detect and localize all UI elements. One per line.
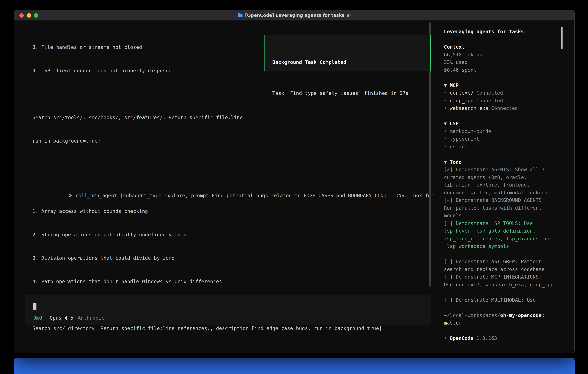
terminal-line: 4. Path operations that don't handle Win… xyxy=(32,278,438,285)
window-title-group: [OpenCode] Leveraging agents for tasks ◐ xyxy=(238,13,351,18)
mcp-status: Connected xyxy=(476,98,503,104)
context-tokens: 66,518 tokens xyxy=(444,51,563,58)
lsp-name: typescript xyxy=(450,136,480,142)
prompt-input[interactable]: OmO Opus 4.5 Anthropic xyxy=(25,295,431,324)
lsp-item: •eslint xyxy=(444,143,563,150)
text-cursor xyxy=(33,303,36,310)
bullet-icon: • xyxy=(444,144,447,149)
mcp-name: grep_app xyxy=(450,98,473,104)
mcp-section-header[interactable]: ▼MCP xyxy=(444,82,563,89)
mcp-heading: MCP xyxy=(450,82,459,88)
terminal-line: Search src/ directory. Return specific f… xyxy=(32,324,438,332)
toast-body: Task "Find type safety issues" finished … xyxy=(272,89,430,97)
terminal-line: 2. String operations on potentially unde… xyxy=(32,231,438,239)
lsp-name: markdown-oxide xyxy=(450,128,491,134)
toast-title: Background Task Completed xyxy=(272,58,430,66)
mcp-status: Connected xyxy=(476,90,503,96)
progress-clock-icon: ◐ xyxy=(347,13,351,18)
chevron-down-icon: ▼ xyxy=(444,159,447,165)
chat-pane: 3. File handles or streams not closed 4.… xyxy=(14,21,438,353)
lsp-heading: LSP xyxy=(450,121,459,126)
window-body: 3. File handles or streams not closed 4.… xyxy=(14,21,574,353)
bullet-icon: • xyxy=(444,105,447,111)
lsp-section-header[interactable]: ▼LSP xyxy=(444,120,563,127)
todo-line: [✓] Demonstrate BACKGROUND AGENTS: xyxy=(444,197,563,204)
window-title: [OpenCode] Leveraging agents for tasks xyxy=(245,13,344,18)
terminal-line: 1. Array access without bounds checking xyxy=(32,208,438,215)
input-model-name: Opus 4.5 xyxy=(50,315,73,321)
minimize-button[interactable] xyxy=(27,13,31,18)
todo-line: Run parallel tasks with different xyxy=(444,204,563,212)
window-controls xyxy=(19,10,38,21)
todo-item: [ ] Demonstrate MCP INTEGRATIONS: Use co… xyxy=(444,273,563,288)
todo-line: document-writer, multimodal-looker) xyxy=(444,189,563,197)
todo-line: [ ] Demonstrate LSP TOOLS: Use xyxy=(444,219,563,227)
mcp-name: context7 xyxy=(450,90,473,96)
chevron-down-icon: ▼ xyxy=(444,82,447,88)
todo-item: [✓] Demonstrate AGENTS: Show all 7 curat… xyxy=(444,166,563,197)
zoom-button[interactable] xyxy=(34,13,38,18)
bullet-icon: • xyxy=(444,98,447,104)
todo-line: lsp_hover, lsp_goto_definition, xyxy=(444,227,563,235)
todo-item: [ ] Demonstrate MULTIMODAL: Use xyxy=(444,296,563,304)
background-task-toast: Background Task Completed Task "Find typ… xyxy=(264,35,431,72)
folder-icon xyxy=(238,14,242,17)
terminal-line: Search src/tools/, src/hooks/, src/featu… xyxy=(32,114,438,122)
todo-line: [✓] Demonstrate AGENTS: Show all 7 xyxy=(444,166,563,173)
todo-line: Use context7, websearch_exa, grep_app xyxy=(444,281,563,288)
desktop: [OpenCode] Leveraging agents for tasks ◐… xyxy=(0,0,588,374)
todo-line: lsp_workspace_symbols xyxy=(444,242,563,250)
input-agent-name: OmO xyxy=(33,315,42,321)
mcp-item: •websearch_exaConnected xyxy=(444,104,563,112)
terminal-line: 3. Division operations that could divide… xyxy=(32,254,438,262)
sidebar-scrollbar[interactable] xyxy=(561,27,563,49)
todo-line: curated agents (OmO, oracle, xyxy=(444,173,563,181)
bullet-icon: • xyxy=(444,335,447,341)
mcp-item: •context7Connected xyxy=(444,89,563,97)
terminal-blank-line xyxy=(32,161,438,168)
todo-line: search and replace across codebase xyxy=(444,265,563,273)
mcp-status: Connected xyxy=(491,105,518,111)
lsp-item: •markdown-oxide xyxy=(444,127,563,135)
context-heading: Context xyxy=(444,43,563,51)
close-button[interactable] xyxy=(19,13,24,18)
mcp-item: •grep_appConnected xyxy=(444,97,563,104)
input-provider-name: Anthropic xyxy=(78,315,104,321)
gear-icon: ⚙ xyxy=(68,193,73,198)
todo-line: [ ] Demonstrate MCP INTEGRATIONS: xyxy=(444,273,563,281)
background-window xyxy=(14,358,575,374)
session-title: Leveraging agents for tasks xyxy=(444,28,563,35)
bullet-icon: • xyxy=(444,90,447,96)
app-name: OpenCode xyxy=(450,335,473,341)
todo-item: [ ] Demonstrate AST-GREP: Pattern search… xyxy=(444,258,563,273)
todo-heading: Todo xyxy=(450,159,462,165)
todo-line: [ ] Demonstrate AST-GREP: Pattern xyxy=(444,258,563,265)
workspace-branch: master xyxy=(444,319,563,327)
version-line: •OpenCode1.0.163 xyxy=(444,334,563,342)
context-used: 33% used xyxy=(444,58,563,66)
lsp-name: eslint xyxy=(450,144,468,149)
opencode-window: [OpenCode] Leveraging agents for tasks ◐… xyxy=(14,10,575,353)
bullet-icon: • xyxy=(444,136,447,142)
workspace-repo: oh-my-opencode: xyxy=(500,312,545,318)
app-version: 1.0.163 xyxy=(476,335,497,341)
todo-item: [ ] Demonstrate LSP TOOLS: Use lsp_hover… xyxy=(444,219,563,250)
lsp-item: •typescript xyxy=(444,135,563,143)
tool-call-line: ⚙call_omo_agent [subagent_type=explore, … xyxy=(32,184,438,192)
tool-call-text: call_omo_agent [subagent_type=explore, p… xyxy=(75,193,434,198)
sidebar: Leveraging agents for tasks Context 66,5… xyxy=(438,21,574,353)
workspace-path-line: ~/local-workspaces/oh-my-opencode: xyxy=(444,311,563,319)
input-model-row: OmO Opus 4.5 Anthropic xyxy=(33,315,104,321)
mcp-name: websearch_exa xyxy=(450,105,488,111)
context-spent: $0.46 spent xyxy=(444,66,563,74)
bullet-icon: • xyxy=(444,128,447,134)
todo-line: lsp_find_references, lsp_diagnostics, xyxy=(444,235,563,242)
todo-section-header[interactable]: ▼Todo xyxy=(444,158,563,166)
workspace-path: ~/local-workspaces/ xyxy=(444,312,500,318)
terminal-line: run_in_background=true] xyxy=(32,137,438,145)
todo-item: [✓] Demonstrate BACKGROUND AGENTS: Run p… xyxy=(444,197,563,219)
todo-line: librarian, explore, frontend, xyxy=(444,181,563,189)
todo-line: models xyxy=(444,212,563,219)
todo-line: [ ] Demonstrate MULTIMODAL: Use xyxy=(444,296,563,304)
chevron-down-icon: ▼ xyxy=(444,121,447,126)
